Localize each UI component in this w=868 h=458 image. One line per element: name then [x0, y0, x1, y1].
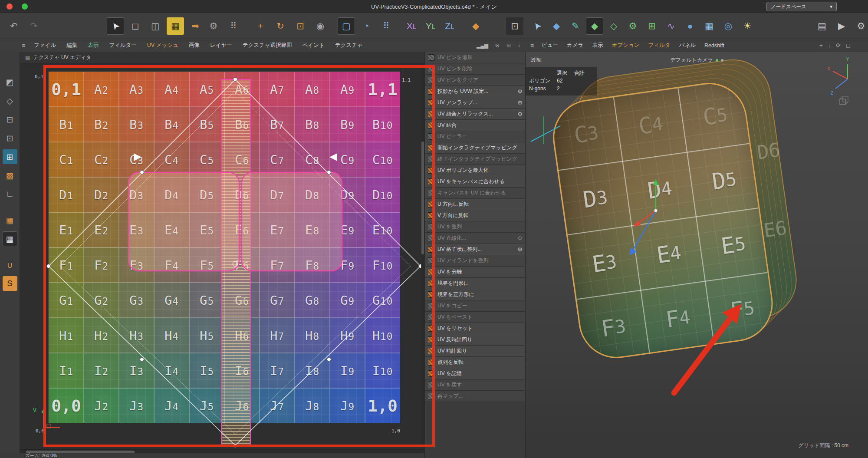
dot-grid-tool[interactable]: ⠿: [225, 17, 242, 35]
uv-grid-cell-A8[interactable]: A8: [295, 72, 330, 107]
uv-grid-cell-J5[interactable]: J5: [189, 388, 224, 423]
uv-grid-cell-I8[interactable]: I8: [295, 353, 330, 388]
point-mode[interactable]: ⊡: [3, 131, 17, 145]
z-axis-lock[interactable]: Zʟ: [441, 17, 458, 35]
uv-grid-cell-J6[interactable]: J6: [224, 388, 260, 423]
uv-grid-cell-A9[interactable]: A9: [330, 72, 365, 107]
uv-grid-cell-B4[interactable]: B4: [154, 107, 189, 142]
histogram-icon[interactable]: ▂▄▆: [477, 43, 488, 49]
sphere-tool[interactable]: ●: [681, 17, 699, 35]
uv-grid-cell-F7[interactable]: F7: [260, 247, 295, 283]
uv-vertical-scrollbar-thumb[interactable]: [421, 142, 424, 254]
uv-grid-cell-B5[interactable]: B5: [189, 107, 224, 142]
uv-grid-cell-D8[interactable]: D8: [295, 177, 330, 212]
uv-grid-cell-I6[interactable]: I6: [224, 353, 260, 388]
uv-grid-cell-B7[interactable]: B7: [260, 107, 295, 142]
uv-grid-cell-D2[interactable]: D2: [84, 177, 119, 212]
poly-cube-tool[interactable]: ◆: [586, 17, 603, 35]
uv-grid-cell-J2[interactable]: J2: [84, 388, 119, 423]
uv-grid-cell-H9[interactable]: H9: [330, 318, 365, 353]
uv-command-flip-u[interactable]: U 方向に反転: [425, 199, 525, 210]
lock-icon[interactable]: ⊠: [495, 43, 500, 49]
rotate-tool[interactable]: ↻: [272, 17, 289, 35]
uv-grid-cell-G7[interactable]: G7: [260, 283, 295, 318]
uv-grid-cell-J7[interactable]: J7: [260, 388, 295, 423]
uv-grid-cell-F1[interactable]: F1: [49, 247, 84, 283]
minimize-view-icon[interactable]: ↓: [828, 42, 831, 49]
uv-grid-cell-E7[interactable]: E7: [260, 212, 295, 247]
uv-command-reset-uv[interactable]: UV をリセット: [425, 323, 525, 334]
uv-grid-cell-I2[interactable]: I2: [84, 353, 119, 388]
uv-grid-cell-C4[interactable]: C4: [154, 142, 189, 177]
dotted-selection-tool[interactable]: ⠿: [378, 17, 395, 35]
axis-mode[interactable]: ∟: [3, 187, 17, 201]
uv-grid-cell-A6[interactable]: A6: [224, 72, 260, 107]
fit-view-icon[interactable]: ⊞: [506, 43, 511, 49]
uv-grid-cell-C9[interactable]: C9: [330, 142, 365, 177]
camera-label[interactable]: デフォルトカメラ: [526, 56, 868, 64]
menu-texture-selection[interactable]: テクスチャ選択範囲: [243, 42, 292, 49]
uv-command-fit-uv-to-canvas[interactable]: UV をキャンバスに合わせる: [425, 176, 525, 188]
menu-filter[interactable]: フィルター: [109, 42, 137, 49]
uv-grid-cell-I5[interactable]: I5: [189, 353, 224, 388]
uv-grid-cell-E4[interactable]: E4: [154, 212, 189, 247]
y-axis-lock[interactable]: Yʟ: [422, 17, 439, 35]
scale-tool[interactable]: ⊡: [292, 17, 309, 35]
uv-command-uv-weld[interactable]: UV 結合: [425, 120, 525, 131]
uv-command-start-interactive-mapping[interactable]: 開始インタラクティブマッピング: [425, 142, 525, 154]
uv-grid-cell-C6[interactable]: C6: [224, 142, 260, 177]
x-axis-lock[interactable]: Xʟ: [403, 17, 420, 35]
uv-grid-cell-G6[interactable]: G6: [224, 283, 260, 318]
uv-grid-tool[interactable]: ▦: [167, 17, 184, 35]
mirror-tool[interactable]: ◫: [147, 17, 164, 35]
maximize-view-icon[interactable]: ◻: [846, 42, 851, 49]
texture-mode[interactable]: ▩: [3, 168, 17, 183]
uv-command-boundary-to-circle[interactable]: 境界を円形に: [425, 278, 525, 289]
uv-grid-cell-H6[interactable]: H6: [224, 318, 260, 353]
uv-command-boundary-to-square[interactable]: 境界を正方形に: [425, 289, 525, 300]
uv-grid-cell-A2[interactable]: A2: [84, 72, 119, 107]
uv-grid-cell-B9[interactable]: B9: [330, 107, 365, 142]
uv-command-uv-rotate-ccw[interactable]: UV 反時計回り: [425, 334, 525, 346]
render-view-button[interactable]: ▶: [833, 17, 850, 35]
uv-grid-cell-C7[interactable]: C7: [260, 142, 295, 177]
uv-grid-cell-B2[interactable]: B2: [84, 107, 119, 142]
uv-weld-and-relax-settings-icon[interactable]: ⚙: [517, 111, 523, 117]
uv-grid-cell-E2[interactable]: E2: [84, 212, 119, 247]
uv-grid-cell-C10[interactable]: C10: [365, 142, 400, 177]
uv-command-uv-weld-and-relax[interactable]: UV 結合とリラックス...⚙: [425, 109, 525, 120]
uv-grid-cell-I7[interactable]: I7: [260, 353, 295, 388]
uv-grid-cell-F8[interactable]: F8: [295, 247, 330, 283]
align-uv-to-grid-settings-icon[interactable]: ⚙: [517, 246, 523, 253]
render-settings-button[interactable]: ⚙: [852, 17, 868, 35]
uv-grid-cell-C2[interactable]: C2: [84, 142, 119, 177]
uv-grid-cell-H5[interactable]: H5: [189, 318, 224, 353]
viewport-menu-redshift[interactable]: Redshift: [704, 43, 724, 49]
uvw-from-projection-settings-icon[interactable]: ⚙: [517, 88, 523, 95]
uv-grid-cell-B1[interactable]: B1: [49, 107, 84, 142]
menu-paint[interactable]: ペイント: [302, 42, 325, 49]
menu-texture[interactable]: テクスチャ: [335, 42, 363, 49]
plane-grid-tool[interactable]: ▦: [700, 17, 718, 35]
undo-icon[interactable]: ↶: [5, 17, 23, 35]
uv-grid-cell-I9[interactable]: I9: [330, 353, 365, 388]
uv-vertical-scrollbar[interactable]: [421, 63, 424, 449]
viewport-menu-filter[interactable]: フィルタ: [648, 42, 670, 49]
uv-grid-cell-F5[interactable]: F5: [189, 247, 224, 283]
uv-grid-cell-D9[interactable]: D9: [330, 177, 365, 212]
uv-grid-cell-H2[interactable]: H2: [84, 318, 119, 353]
uv-grid-cell-J10[interactable]: 1,0: [365, 388, 400, 423]
uv-grid-cell-H8[interactable]: H8: [295, 318, 330, 353]
menu-uv-mesh[interactable]: UV メッシュ: [147, 42, 178, 49]
model-mode[interactable]: ◇: [3, 93, 17, 108]
uv-grid-cell-E8[interactable]: E8: [295, 212, 330, 247]
uv-grid-cell-A1[interactable]: 0,1: [49, 72, 84, 107]
uv-grid-cell-G4[interactable]: G4: [154, 283, 189, 318]
uv-grid-cell-C5[interactable]: C5: [189, 142, 224, 177]
render-view-button[interactable]: ⊡: [506, 17, 523, 35]
tool-settings-gear-icon[interactable]: ⚙: [205, 17, 222, 35]
uv-grid-cell-A7[interactable]: A7: [260, 72, 295, 107]
polygon-pen-tool[interactable]: ✎: [567, 17, 584, 35]
uv-unwrap-settings-icon[interactable]: ⚙: [517, 99, 523, 106]
uv-grid-cell-F9[interactable]: F9: [330, 247, 365, 283]
